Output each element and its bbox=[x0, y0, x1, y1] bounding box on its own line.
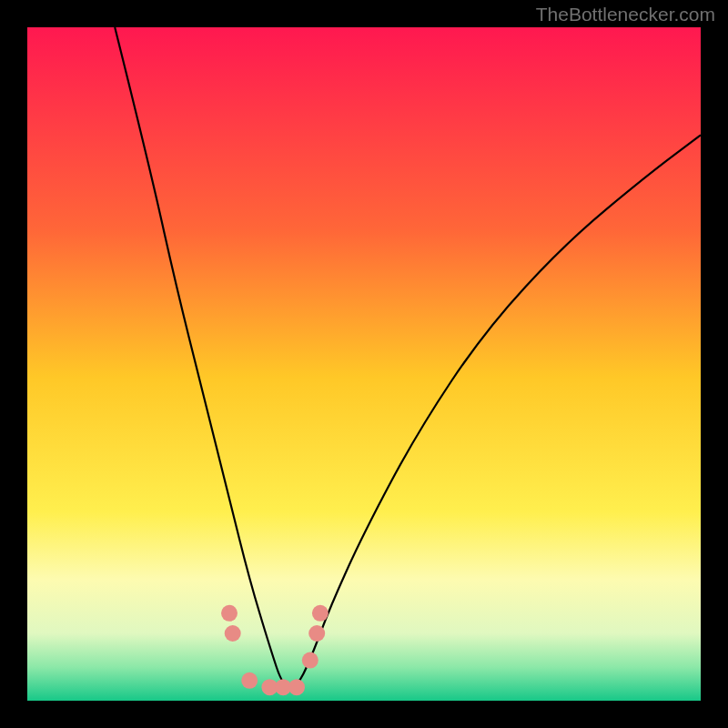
marker-point bbox=[308, 625, 325, 642]
chart-frame bbox=[27, 27, 701, 701]
bottleneck-curve bbox=[115, 27, 701, 687]
marker-point bbox=[241, 672, 258, 689]
marker-point bbox=[221, 605, 238, 622]
marker-point bbox=[302, 652, 318, 669]
marker-point bbox=[288, 679, 305, 695]
highlighted-markers bbox=[221, 605, 329, 695]
watermark-text: TheBottlenecker.com bbox=[536, 4, 715, 25]
marker-point bbox=[312, 605, 329, 622]
marker-point bbox=[225, 625, 241, 642]
chart-overlay bbox=[27, 27, 701, 701]
